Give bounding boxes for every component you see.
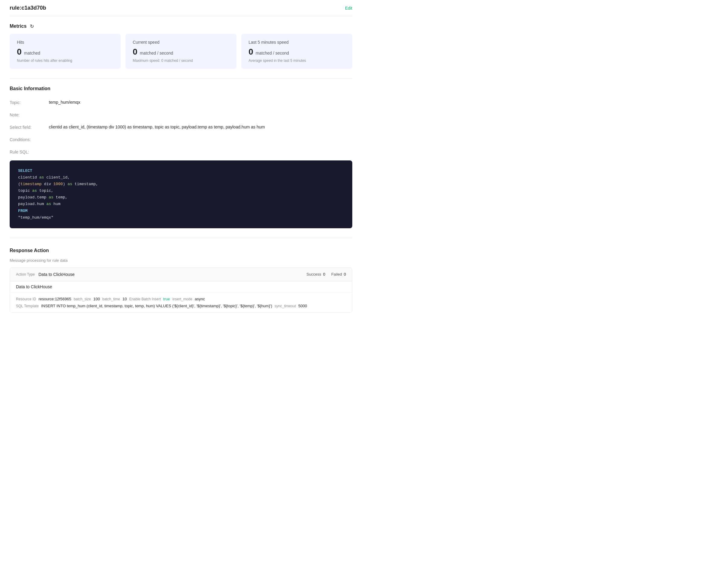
success-stat: Success 0 — [306, 272, 325, 277]
detail-key: Resource ID — [16, 297, 36, 301]
info-row-0: Topic: temp_hum/emqx — [10, 96, 352, 109]
success-count: 0 — [323, 272, 325, 277]
edit-link[interactable]: Edit — [345, 6, 352, 10]
metric-value-2: 0 matched / second — [248, 47, 345, 57]
info-row-2: Select field: clientid as client_id, (ti… — [10, 121, 352, 133]
metric-card-0: Hits 0 matched Number of rules hits afte… — [10, 34, 121, 69]
metric-value-1: 0 matched / second — [133, 47, 229, 57]
metric-card-1: Current speed 0 matched / second Maximum… — [126, 34, 236, 69]
action-type-label: Action Type — [16, 272, 35, 277]
action-details: Resource IDresource:12f56965batch_size10… — [10, 292, 352, 312]
sql-code-block: SELECT clientid as client_id, (timestamp… — [10, 161, 352, 228]
detail-val: INSERT INTO temp_hum (client_id, timesta… — [41, 304, 272, 308]
page-title: rule:c1a3d70b — [10, 5, 46, 11]
metric-desc-1: Maximum speed: 0 matched / second — [133, 59, 229, 63]
detail-key: sync_timeout — [274, 304, 296, 308]
response-action-section: Response Action Message processing for r… — [10, 248, 352, 313]
metric-card-2: Last 5 minutes speed 0 matched / second … — [241, 34, 352, 69]
info-label-1: Note: — [10, 112, 49, 117]
detail-key: batch_time — [102, 297, 120, 301]
basic-info-section: Basic Information Topic: temp_hum/emqx N… — [10, 86, 352, 228]
info-label-2: Select field: — [10, 125, 49, 130]
failed-count: 0 — [344, 272, 346, 277]
metric-desc-2: Average speed in the last 5 minutes — [248, 59, 345, 63]
basic-info-fields: Topic: temp_hum/emqx Note: Select field:… — [10, 96, 352, 158]
info-value-2: clientid as client_id, (timestamp div 10… — [49, 125, 352, 129]
detail-key: Enable Batch Insert — [129, 297, 161, 301]
action-type-value: Data to ClickHouse — [38, 272, 74, 277]
failed-stat: Failed 0 — [331, 272, 346, 277]
basic-info-title: Basic Information — [10, 86, 352, 91]
info-row-4: Rule SQL: — [10, 146, 352, 158]
action-header-left: Action Type Data to ClickHouse — [16, 272, 74, 277]
response-action-title: Response Action — [10, 248, 352, 253]
detail-val: async — [195, 297, 205, 301]
metrics-section: Metrics ↻ Hits 0 matched Number of rules… — [10, 24, 352, 69]
info-row-1: Note: — [10, 109, 352, 121]
detail-key: SQL Template — [16, 304, 39, 308]
info-value-0: temp_hum/emqx — [49, 100, 352, 105]
detail-val: 100 — [94, 297, 100, 301]
action-card: Action Type Data to ClickHouse Success 0… — [10, 268, 352, 313]
divider-2 — [10, 238, 352, 238]
detail-val: true — [163, 297, 170, 301]
detail-val: 5000 — [298, 304, 307, 308]
response-action-desc: Message processing for rule data — [10, 258, 352, 263]
metric-label-2: Last 5 minutes speed — [248, 40, 345, 45]
metrics-title: Metrics ↻ — [10, 24, 352, 29]
page-header: rule:c1a3d70b Edit — [10, 0, 352, 16]
detail-val: resource:12f56965 — [39, 297, 71, 301]
metrics-grid: Hits 0 matched Number of rules hits afte… — [10, 34, 352, 69]
detail-row-0: Resource IDresource:12f56965batch_size10… — [16, 297, 346, 301]
detail-val: 10 — [123, 297, 127, 301]
refresh-icon[interactable]: ↻ — [29, 24, 34, 29]
info-label-0: Topic: — [10, 100, 49, 105]
info-label-3: Conditions: — [10, 137, 49, 142]
action-header-right: Success 0 Failed 0 — [306, 272, 346, 277]
info-label-4: Rule SQL: — [10, 149, 49, 154]
metric-value-0: 0 matched — [17, 47, 113, 57]
metric-desc-0: Number of rules hits after enabling — [17, 59, 113, 63]
info-row-3: Conditions: — [10, 133, 352, 146]
detail-row-1: SQL TemplateINSERT INTO temp_hum (client… — [16, 304, 346, 308]
action-header: Action Type Data to ClickHouse Success 0… — [10, 268, 352, 281]
divider-1 — [10, 78, 352, 79]
metric-label-0: Hits — [17, 40, 113, 45]
action-subtitle: Data to ClickHouse — [10, 281, 352, 292]
detail-key: batch_size — [74, 297, 91, 301]
detail-key: insert_mode — [172, 297, 193, 301]
metric-label-1: Current speed — [133, 40, 229, 45]
